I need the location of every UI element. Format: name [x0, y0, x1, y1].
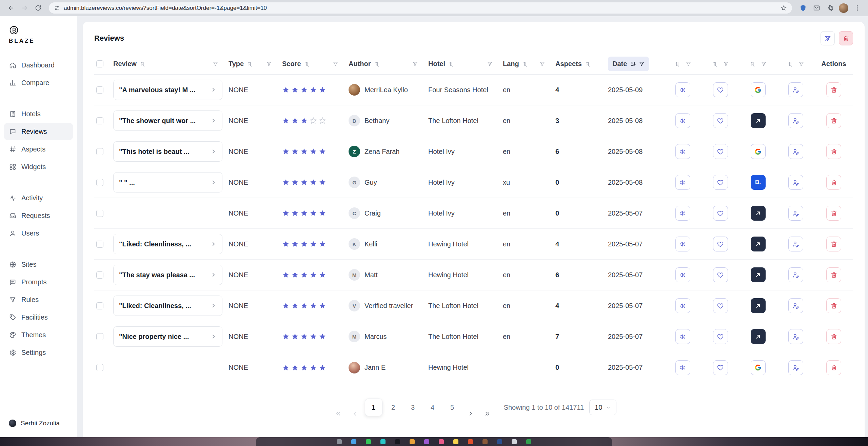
row-checkbox[interactable] [96, 148, 103, 155]
source-button-external[interactable] [751, 329, 766, 344]
password-manager-icon[interactable] [797, 2, 809, 14]
sidebar-item-widgets[interactable]: Widgets [4, 158, 73, 175]
row-checkbox[interactable] [96, 210, 103, 217]
sidebar-item-users[interactable]: Users [4, 225, 73, 242]
sort-icon[interactable] [140, 61, 145, 67]
row-checkbox[interactable] [96, 364, 103, 371]
filter-icon[interactable] [487, 61, 493, 67]
filter-icon[interactable] [266, 61, 272, 67]
review-preview-button[interactable]: "The shower quit wor ... [113, 110, 222, 131]
row-checkbox[interactable] [96, 241, 103, 248]
address-bar[interactable]: admin.blazereviews.co/reviews?sortField=… [49, 2, 792, 14]
favorite-button[interactable] [713, 82, 728, 97]
source-button-external[interactable] [751, 237, 766, 251]
review-preview-button[interactable]: "Nice property nice ... [113, 326, 222, 347]
sort-icon[interactable] [750, 61, 755, 67]
row-checkbox[interactable] [96, 302, 103, 309]
dock-app-icon[interactable] [424, 439, 429, 444]
sort-icon[interactable] [674, 61, 680, 67]
respond-button[interactable] [675, 237, 690, 251]
favorite-button[interactable] [713, 113, 728, 128]
sort-desc-icon[interactable] [630, 61, 636, 67]
column-header-actions[interactable]: Actions [814, 60, 853, 68]
source-button-booking[interactable]: B. [751, 175, 766, 190]
delete-row-button[interactable] [826, 82, 841, 97]
dock-app-icon[interactable] [497, 439, 502, 444]
dock-app-icon[interactable] [468, 439, 473, 444]
filter-icon[interactable] [213, 61, 218, 67]
respond-button[interactable] [675, 267, 690, 282]
row-checkbox[interactable] [96, 117, 103, 124]
respond-button[interactable] [675, 206, 690, 221]
dock-app-icon[interactable] [380, 439, 386, 444]
row-checkbox[interactable] [96, 179, 103, 186]
next-page-button[interactable] [463, 405, 478, 422]
delete-row-button[interactable] [826, 175, 841, 190]
filter-icon[interactable] [761, 61, 767, 67]
respond-button[interactable] [675, 298, 690, 313]
dock-app-icon[interactable] [439, 439, 444, 444]
review-preview-button[interactable]: " " ... [113, 172, 222, 192]
column-header-hotel[interactable]: Hotel [428, 60, 503, 68]
delete-row-button[interactable] [826, 206, 841, 221]
review-preview-button[interactable]: "This hotel is beaut ... [113, 141, 222, 162]
sidebar-item-activity[interactable]: Activity [4, 189, 73, 206]
sidebar-item-facilities[interactable]: Facilities [4, 309, 73, 326]
review-preview-button[interactable]: "Liked: Cleanliness, ... [113, 234, 222, 254]
source-button-google[interactable] [751, 144, 766, 159]
sidebar-item-hotels[interactable]: Hotels [4, 105, 73, 122]
dock-app-icon[interactable] [337, 439, 342, 444]
browser-menu-icon[interactable] [851, 2, 863, 14]
assign-button[interactable] [788, 237, 803, 251]
filter-icon[interactable] [539, 61, 545, 67]
favorite-button[interactable] [713, 329, 728, 344]
extensions-puzzle-icon[interactable] [824, 2, 836, 14]
prev-page-button[interactable] [348, 405, 363, 422]
column-header-lang[interactable]: Lang [503, 60, 555, 68]
sidebar-item-dashboard[interactable]: Dashboard [4, 57, 73, 74]
sort-icon[interactable] [787, 61, 793, 67]
sort-icon[interactable] [448, 61, 454, 67]
respond-button[interactable] [675, 329, 690, 344]
review-preview-button[interactable]: "The stay was pleasa ... [113, 265, 222, 285]
delete-row-button[interactable] [826, 144, 841, 159]
reload-icon[interactable] [32, 2, 44, 14]
page-size-select[interactable]: 10 [589, 400, 616, 415]
select-all-checkbox[interactable] [96, 60, 103, 67]
assign-button[interactable] [788, 267, 803, 282]
bulk-delete-button[interactable] [839, 31, 853, 45]
sidebar-item-aspects[interactable]: Aspects [4, 141, 73, 158]
dock-app-icon[interactable] [410, 439, 415, 444]
dock-app-icon[interactable] [512, 439, 517, 444]
delete-row-button[interactable] [826, 329, 841, 344]
page-button-1[interactable]: 1 [365, 399, 382, 416]
source-button-external[interactable] [751, 206, 766, 221]
review-preview-button[interactable]: "Liked: Cleanliness, ... [113, 296, 222, 316]
column-header-review[interactable]: Review [113, 60, 229, 68]
clear-filters-button[interactable] [821, 31, 835, 45]
respond-button[interactable] [675, 113, 690, 128]
forward-icon[interactable] [18, 2, 31, 14]
column-header-score[interactable]: Score [282, 60, 349, 68]
page-button-5[interactable]: 5 [443, 399, 461, 416]
sidebar-item-reviews[interactable]: Reviews [4, 123, 73, 140]
favorite-button[interactable] [713, 144, 728, 159]
dock-app-icon[interactable] [351, 439, 356, 444]
filter-icon[interactable] [723, 61, 729, 67]
page-button-3[interactable]: 3 [404, 399, 422, 416]
assign-button[interactable] [788, 144, 803, 159]
first-page-button[interactable] [331, 405, 346, 422]
respond-button[interactable] [675, 144, 690, 159]
filter-icon[interactable] [639, 61, 645, 67]
back-icon[interactable] [5, 2, 17, 14]
delete-row-button[interactable] [826, 360, 841, 375]
favorite-button[interactable] [713, 206, 728, 221]
assign-button[interactable] [788, 298, 803, 313]
sidebar-user[interactable]: Serhii Zozulia [0, 420, 77, 427]
source-button-external[interactable] [751, 298, 766, 313]
sort-icon[interactable] [247, 61, 253, 67]
assign-button[interactable] [788, 113, 803, 128]
review-preview-button[interactable]: "A marvelous stay! M ... [113, 80, 222, 100]
favorite-button[interactable] [713, 298, 728, 313]
column-header-aspects[interactable]: Aspects [555, 60, 608, 68]
